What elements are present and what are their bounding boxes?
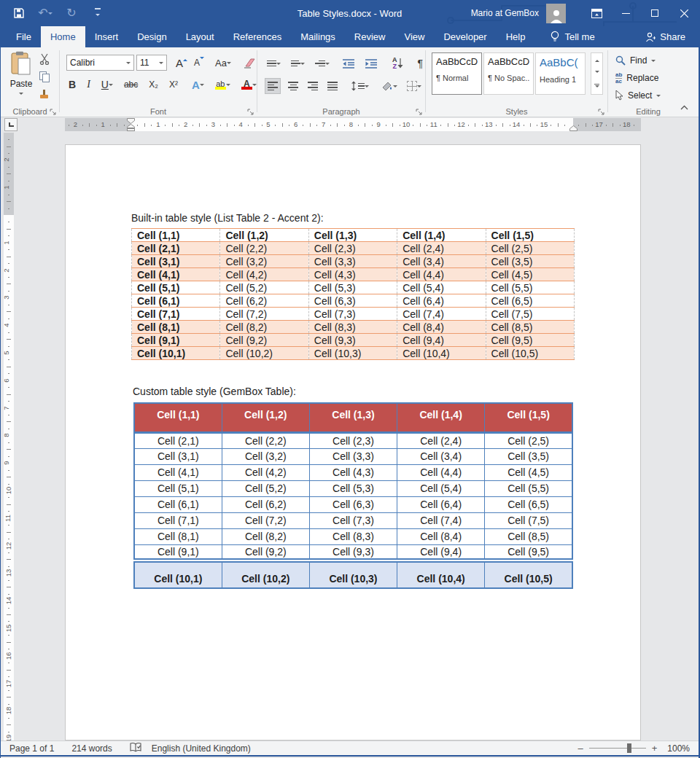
tab-references[interactable]: References [224,26,291,47]
table-cell[interactable]: Cell (8,4) [397,528,485,544]
table-cell[interactable]: Cell (8,5) [486,321,574,334]
table-cell[interactable]: Cell (10,1) [134,560,222,588]
show-paragraph-marks-button[interactable]: ¶ [416,55,426,71]
tell-me-box[interactable]: Tell me [542,26,603,47]
account-name[interactable]: Mario at GemBox [471,8,539,18]
table-cell[interactable]: Cell (3,5) [485,448,572,464]
table-cell[interactable]: Cell (4,1) [134,464,222,480]
table-cell[interactable]: Cell (5,2) [222,480,309,496]
table-cell[interactable]: Cell (7,4) [397,308,486,321]
customize-qat-icon[interactable] [90,4,106,22]
maximize-button[interactable] [640,0,669,26]
zoom-in-button[interactable]: + [652,743,658,754]
clipboard-dialog-launcher-icon[interactable] [50,108,57,115]
replace-button[interactable]: abac Replace [615,71,661,85]
table-cell[interactable]: Cell (2,2) [222,432,309,448]
minimize-button[interactable] [611,0,640,26]
table-cell[interactable]: Cell (9,1) [132,334,220,347]
tab-home[interactable]: Home [41,26,85,47]
table-cell[interactable]: Cell (8,1) [132,321,220,334]
font-family-combo[interactable]: Calibri [66,55,134,71]
table-cell[interactable]: Cell (2,4) [397,242,486,255]
align-left-button[interactable] [265,78,281,94]
page-indicator[interactable]: Page 1 of 1 [9,743,54,754]
collapse-ribbon-icon[interactable] [680,102,688,112]
table-cell[interactable]: Cell (10,2) [220,347,308,360]
table-cell[interactable]: Cell (7,5) [485,512,572,528]
paste-button[interactable]: Paste [8,51,34,99]
left-indent-marker[interactable] [127,128,135,131]
tab-mailings[interactable]: Mailings [291,26,345,47]
tab-insert[interactable]: Insert [85,26,128,47]
paragraph-dialog-launcher-icon[interactable] [416,108,423,115]
tab-design[interactable]: Design [128,26,176,47]
table-cell[interactable]: Cell (8,3) [309,528,397,544]
horizontal-ruler[interactable]: 121234567891011121314151718 [65,118,641,131]
sort-button[interactable]: AZ [390,55,405,71]
align-right-button[interactable] [306,78,320,94]
zoom-slider-handle[interactable] [627,743,631,753]
borders-button[interactable] [405,78,424,94]
table-cell[interactable]: Cell (5,4) [397,480,485,496]
table-cell[interactable]: Cell (10,4) [397,347,486,360]
styles-dialog-launcher-icon[interactable] [598,108,605,115]
copy-icon[interactable] [39,71,50,82]
highlight-color-button[interactable]: ab [213,77,233,93]
shading-button[interactable] [379,78,400,94]
select-button[interactable]: Select [615,88,661,103]
align-center-button[interactable] [286,78,300,94]
table-cell[interactable]: Cell (2,1) [134,432,222,448]
table-cell[interactable]: Cell (10,2) [222,560,309,588]
styles-more-icon[interactable] [594,84,599,90]
bold-button[interactable]: B [66,77,78,93]
table-cell[interactable]: Cell (1,4) [397,229,486,242]
table-cell[interactable]: Cell (7,1) [134,512,222,528]
table-cell[interactable]: Cell (9,3) [308,334,397,347]
table-cell[interactable]: Cell (7,2) [220,308,308,321]
close-button[interactable] [669,0,699,26]
table-cell[interactable]: Cell (7,3) [309,512,397,528]
paragraph-title-1[interactable]: Built-in table style (List Table 2 - Acc… [131,212,324,224]
table-cell[interactable]: Cell (5,1) [132,281,220,294]
table-cell[interactable]: Cell (4,5) [485,464,572,480]
table-cell[interactable]: Cell (8,2) [222,528,309,544]
table-cell[interactable]: Cell (4,1) [132,268,220,281]
table-cell[interactable]: Cell (1,4) [397,403,485,432]
table-cell[interactable]: Cell (10,4) [397,560,485,588]
style-card-normal[interactable]: AaBbCcDc¶ Normal [432,52,482,95]
find-button[interactable]: Find [615,53,661,68]
table-cell[interactable]: Cell (1,2) [222,403,309,432]
table-cell[interactable]: Cell (5,4) [397,281,486,294]
styles-scroll-down-icon[interactable] [595,71,599,75]
right-indent-marker[interactable] [569,125,578,131]
word-count[interactable]: 214 words [71,743,112,754]
change-case-button[interactable]: Aa [213,55,233,71]
table-cell[interactable]: Cell (1,3) [308,229,397,242]
line-spacing-button[interactable] [349,78,371,94]
table-cell[interactable]: Cell (5,1) [134,480,222,496]
table-cell[interactable]: Cell (1,2) [220,229,308,242]
tab-selector[interactable] [4,118,18,131]
grow-font-button[interactable]: A [174,55,190,71]
table-cell[interactable]: Cell (4,2) [220,268,308,281]
table-cell[interactable]: Cell (3,4) [397,448,485,464]
table-cell[interactable]: Cell (1,3) [309,403,397,432]
table-cell[interactable]: Cell (2,3) [309,432,397,448]
table-cell[interactable]: Cell (5,2) [220,281,308,294]
table-cell[interactable]: Cell (7,5) [486,308,574,321]
tab-file[interactable]: File [7,26,41,47]
table-cell[interactable]: Cell (8,2) [220,321,308,334]
underline-button[interactable]: U [99,77,115,93]
superscript-button[interactable]: X² [167,77,180,93]
table-cell[interactable]: Cell (7,1) [132,308,220,321]
table-cell[interactable]: Cell (9,2) [220,334,308,347]
font-color-button[interactable]: A [239,77,259,93]
table-cell[interactable]: Cell (5,5) [485,480,572,496]
proofing-status-icon[interactable] [130,743,141,754]
table-cell[interactable]: Cell (5,5) [486,281,574,294]
save-icon[interactable] [11,4,27,22]
cut-icon[interactable] [39,53,50,65]
language-indicator[interactable]: English (United Kingdom) [152,743,251,754]
shrink-font-button[interactable]: A [192,55,206,71]
numbering-button[interactable] [289,55,307,71]
